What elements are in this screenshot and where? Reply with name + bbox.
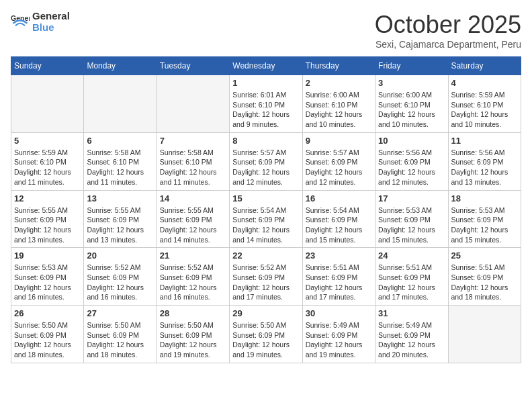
calendar-cell: 5Sunrise: 5:59 AMSunset: 6:10 PMDaylight… (11, 132, 84, 190)
day-info-text: Sunset: 6:09 PM (451, 215, 518, 225)
day-number: 29 (232, 308, 299, 318)
calendar-cell (11, 75, 84, 133)
day-info-text: Sunrise: 5:55 AM (14, 205, 81, 216)
day-info-text: Sunrise: 5:54 AM (306, 205, 372, 216)
day-info-text: Sunset: 6:10 PM (87, 157, 153, 167)
day-info-text: Daylight: 12 hours and 14 minutes. (160, 225, 226, 244)
day-number: 19 (14, 250, 81, 261)
day-info-text: Daylight: 12 hours and 16 minutes. (87, 283, 153, 302)
calendar-cell: 24Sunrise: 5:51 AMSunset: 6:09 PMDayligh… (375, 248, 448, 306)
day-info-text: Sunrise: 5:56 AM (378, 148, 445, 158)
day-info-text: Daylight: 12 hours and 17 minutes. (306, 283, 372, 302)
day-number: 26 (14, 308, 81, 318)
week-row-4: 26Sunrise: 5:50 AMSunset: 6:09 PMDayligh… (11, 306, 521, 363)
day-number: 3 (378, 78, 445, 88)
day-info-text: Daylight: 12 hours and 19 minutes. (306, 340, 372, 359)
calendar-table: SundayMondayTuesdayWednesdayThursdayFrid… (11, 56, 521, 363)
day-info-text: Sunrise: 5:55 AM (160, 205, 226, 216)
location-subtitle: Sexi, Cajamarca Department, Peru (375, 39, 521, 50)
day-info-text: Sunrise: 5:53 AM (451, 205, 518, 216)
calendar-cell: 23Sunrise: 5:51 AMSunset: 6:09 PMDayligh… (302, 248, 375, 306)
week-row-2: 12Sunrise: 5:55 AMSunset: 6:09 PMDayligh… (11, 190, 521, 248)
day-info-text: Sunrise: 6:00 AM (378, 90, 445, 100)
day-info-text: Daylight: 12 hours and 17 minutes. (232, 283, 299, 302)
day-info-text: Daylight: 12 hours and 10 minutes. (306, 109, 372, 129)
calendar-cell: 8Sunrise: 5:57 AMSunset: 6:09 PMDaylight… (230, 132, 302, 190)
page-header: General General Blue October 2025 Sexi, … (11, 11, 521, 50)
day-info-text: Daylight: 12 hours and 16 minutes. (160, 283, 226, 302)
day-number: 22 (232, 250, 299, 261)
day-info-text: Sunrise: 5:49 AM (306, 320, 372, 330)
calendar-cell: 25Sunrise: 5:51 AMSunset: 6:09 PMDayligh… (448, 248, 521, 306)
day-info-text: Sunrise: 5:52 AM (87, 263, 153, 273)
day-info-text: Sunrise: 5:53 AM (14, 263, 81, 273)
week-row-0: 1Sunrise: 6:01 AMSunset: 6:10 PMDaylight… (11, 75, 521, 133)
day-number: 28 (160, 308, 226, 318)
day-info-text: Sunrise: 5:58 AM (160, 148, 226, 158)
day-info-text: Sunset: 6:09 PM (232, 157, 299, 167)
day-info-text: Sunset: 6:09 PM (378, 330, 445, 340)
day-info-text: Daylight: 12 hours and 12 minutes. (232, 167, 299, 187)
day-number: 1 (232, 78, 299, 88)
day-info-text: Sunset: 6:10 PM (232, 100, 299, 110)
day-info-text: Sunset: 6:09 PM (451, 273, 518, 283)
day-number: 27 (87, 308, 153, 318)
calendar-cell (448, 306, 521, 363)
calendar-cell: 29Sunrise: 5:50 AMSunset: 6:09 PMDayligh… (230, 306, 302, 363)
day-number: 7 (160, 136, 226, 146)
calendar-cell: 4Sunrise: 5:59 AMSunset: 6:10 PMDaylight… (448, 75, 521, 133)
day-info-text: Daylight: 12 hours and 16 minutes. (14, 283, 81, 302)
day-info-text: Daylight: 12 hours and 18 minutes. (451, 283, 518, 302)
day-info-text: Sunrise: 5:50 AM (14, 320, 81, 330)
calendar-cell: 12Sunrise: 5:55 AMSunset: 6:09 PMDayligh… (11, 190, 84, 248)
day-info-text: Sunrise: 5:50 AM (232, 320, 299, 330)
day-number: 5 (14, 136, 81, 146)
day-info-text: Sunset: 6:09 PM (87, 273, 153, 283)
day-info-text: Daylight: 12 hours and 15 minutes. (378, 225, 445, 244)
day-info-text: Sunset: 6:10 PM (378, 100, 445, 110)
day-number: 31 (378, 308, 445, 318)
month-title: October 2025 (375, 11, 521, 39)
day-info-text: Sunrise: 5:51 AM (306, 263, 372, 273)
calendar-cell: 9Sunrise: 5:57 AMSunset: 6:09 PMDaylight… (302, 132, 375, 190)
day-info-text: Daylight: 12 hours and 13 minutes. (451, 167, 518, 187)
day-number: 30 (306, 308, 372, 318)
day-number: 8 (232, 136, 299, 146)
day-info-text: Daylight: 12 hours and 18 minutes. (14, 340, 81, 359)
calendar-cell: 7Sunrise: 5:58 AMSunset: 6:10 PMDaylight… (157, 132, 229, 190)
day-info-text: Daylight: 12 hours and 12 minutes. (306, 167, 372, 187)
title-area: October 2025 Sexi, Cajamarca Department,… (375, 11, 521, 50)
day-info-text: Daylight: 12 hours and 18 minutes. (87, 340, 153, 359)
day-info-text: Sunset: 6:10 PM (306, 100, 372, 110)
day-number: 9 (306, 136, 372, 146)
day-info-text: Sunset: 6:09 PM (14, 330, 81, 340)
calendar-cell: 3Sunrise: 6:00 AMSunset: 6:10 PMDaylight… (375, 75, 448, 133)
calendar-cell: 30Sunrise: 5:49 AMSunset: 6:09 PMDayligh… (302, 306, 375, 363)
calendar-cell: 22Sunrise: 5:52 AMSunset: 6:09 PMDayligh… (230, 248, 302, 306)
day-info-text: Sunrise: 5:52 AM (232, 263, 299, 273)
day-info-text: Sunrise: 6:00 AM (306, 90, 372, 100)
day-info-text: Sunrise: 5:52 AM (160, 263, 226, 273)
calendar-cell: 16Sunrise: 5:54 AMSunset: 6:09 PMDayligh… (302, 190, 375, 248)
day-info-text: Sunset: 6:09 PM (232, 215, 299, 225)
logo-icon: General (11, 13, 30, 32)
day-info-text: Sunset: 6:09 PM (160, 273, 226, 283)
day-info-text: Sunrise: 6:01 AM (232, 90, 299, 100)
calendar-cell (84, 75, 157, 133)
day-info-text: Daylight: 12 hours and 13 minutes. (14, 225, 81, 244)
day-number: 14 (160, 193, 226, 203)
day-info-text: Sunrise: 5:59 AM (451, 90, 518, 100)
calendar-cell: 31Sunrise: 5:49 AMSunset: 6:09 PMDayligh… (375, 306, 448, 363)
day-info-text: Daylight: 12 hours and 20 minutes. (378, 340, 445, 359)
day-info-text: Sunrise: 5:59 AM (14, 148, 81, 158)
day-info-text: Sunset: 6:09 PM (232, 330, 299, 340)
day-info-text: Sunset: 6:09 PM (14, 215, 81, 225)
day-info-text: Sunrise: 5:55 AM (87, 205, 153, 216)
day-info-text: Sunrise: 5:50 AM (160, 320, 226, 330)
day-info-text: Daylight: 12 hours and 19 minutes. (232, 340, 299, 359)
week-row-1: 5Sunrise: 5:59 AMSunset: 6:10 PMDaylight… (11, 132, 521, 190)
day-info-text: Sunset: 6:09 PM (87, 215, 153, 225)
day-info-text: Sunset: 6:09 PM (160, 215, 226, 225)
day-info-text: Daylight: 12 hours and 19 minutes. (160, 340, 226, 359)
day-number: 12 (14, 193, 81, 203)
